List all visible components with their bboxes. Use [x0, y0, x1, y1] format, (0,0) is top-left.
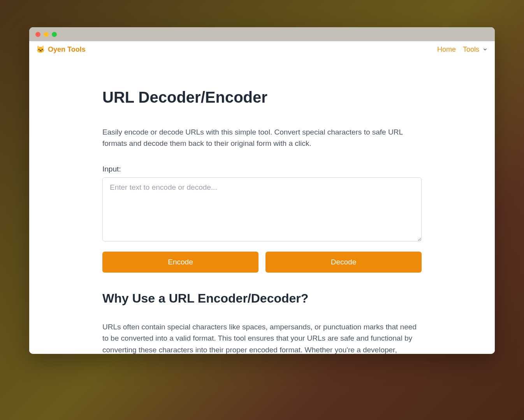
page-content: 🐱 Oyen Tools Home Tools URL Decoder/Enco…	[29, 41, 495, 354]
main-container: URL Decoder/Encoder Easily encode or dec…	[102, 58, 422, 354]
nav-tools-label: Tools	[463, 46, 479, 54]
page-description: Easily encode or decode URLs with this s…	[102, 126, 422, 149]
nav-links: Home Tools	[437, 46, 488, 54]
brand-link[interactable]: 🐱 Oyen Tools	[36, 45, 86, 54]
browser-window: 🐱 Oyen Tools Home Tools URL Decoder/Enco…	[29, 27, 495, 354]
button-row: Encode Decode	[102, 252, 422, 273]
nav-home-link[interactable]: Home	[437, 46, 456, 54]
decode-button[interactable]: Decode	[266, 252, 422, 273]
nav-tools-dropdown[interactable]: Tools	[463, 46, 488, 54]
encode-button[interactable]: Encode	[102, 252, 258, 273]
input-label: Input:	[102, 165, 422, 173]
brand-icon: 🐱	[36, 45, 45, 54]
section-title: Why Use a URL Encoder/Decoder?	[102, 291, 422, 306]
navbar: 🐱 Oyen Tools Home Tools	[29, 41, 495, 58]
chevron-down-icon	[482, 47, 488, 52]
input-textarea[interactable]	[102, 177, 422, 242]
brand-name: Oyen Tools	[48, 46, 86, 54]
maximize-window-button[interactable]	[52, 32, 57, 37]
section-text: URLs often contain special characters li…	[102, 321, 422, 354]
close-window-button[interactable]	[35, 32, 40, 37]
page-title: URL Decoder/Encoder	[102, 89, 422, 106]
window-titlebar	[29, 27, 495, 41]
minimize-window-button[interactable]	[44, 32, 49, 37]
